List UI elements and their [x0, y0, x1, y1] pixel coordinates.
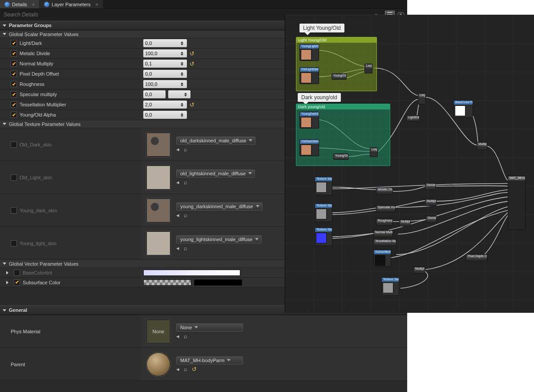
- asset-thumbnail[interactable]: [146, 198, 171, 223]
- numeric-input[interactable]: 2,0: [143, 101, 187, 109]
- node-young-light[interactable]: YoungLightSkin: [299, 44, 319, 61]
- param-label: Pixel Depth Offset: [20, 71, 59, 77]
- node-multiply-top[interactable]: Multiply: [477, 142, 487, 150]
- node-old-light[interactable]: OldLightSkin: [299, 67, 319, 84]
- numeric-input[interactable]: 0,0: [143, 39, 187, 47]
- use-selected-icon[interactable]: ◂: [176, 366, 179, 372]
- node-tess-mul[interactable]: Tessellation Multiplier: [373, 239, 396, 246]
- browse-icon[interactable]: ⌕: [184, 179, 187, 186]
- param-label: Specular multiply: [20, 92, 57, 97]
- numeric-input[interactable]: 0,0: [143, 111, 187, 119]
- phys-material-row: Phys Material None None ◂ ⌕: [0, 315, 407, 348]
- asset-thumbnail[interactable]: [146, 231, 171, 256]
- color-swatch[interactable]: [143, 279, 191, 286]
- checkbox[interactable]: ✔: [14, 279, 20, 286]
- asset-combo[interactable]: old_darkskinned_male_diffuse: [176, 137, 255, 145]
- tab-details[interactable]: Details ×: [0, 0, 40, 8]
- asset-thumbnail[interactable]: [146, 165, 171, 190]
- node-multiply-4[interactable]: Multiply: [413, 267, 425, 274]
- node-youngold-alpha-1[interactable]: Young/Old Alpha: [332, 73, 347, 80]
- use-selected-icon[interactable]: ◂: [176, 333, 179, 339]
- checkbox[interactable]: ✔: [11, 207, 17, 214]
- reset-icon[interactable]: ↺: [190, 101, 194, 108]
- node-texsample-1[interactable]: Texture Sample: [315, 177, 332, 195]
- parent-combo[interactable]: MAT_MH-bodyParm: [176, 356, 243, 364]
- node-lerp-dark[interactable]: Lerp: [370, 147, 378, 157]
- info-icon: [4, 2, 10, 7]
- node-metalic-divide[interactable]: Metalic Divide: [376, 187, 393, 194]
- checkbox[interactable]: ✔: [11, 81, 17, 87]
- reset-icon[interactable]: ↺: [190, 61, 194, 67]
- use-selected-icon[interactable]: ◂: [176, 245, 179, 251]
- phys-material-combo[interactable]: None: [176, 323, 243, 331]
- expand-icon: [3, 309, 6, 311]
- checkbox[interactable]: ✔: [11, 50, 17, 57]
- node-pdo[interactable]: Pixel Depth Offset: [466, 254, 487, 261]
- asset-thumbnail[interactable]: None: [146, 319, 171, 344]
- tab-layer-parameters[interactable]: Layer Parameters ×: [40, 0, 103, 8]
- numeric-input[interactable]: 100,0: [143, 80, 187, 88]
- node-specular-mul[interactable]: Specular multiply: [376, 205, 396, 212]
- browse-icon[interactable]: ⌕: [184, 366, 187, 372]
- numeric-input[interactable]: 0,0: [143, 70, 187, 78]
- browse-icon[interactable]: ⌕: [184, 245, 187, 251]
- numeric-input[interactable]: [168, 90, 190, 98]
- numeric-input[interactable]: 0,1: [143, 60, 187, 68]
- checkbox[interactable]: ✔: [11, 101, 17, 108]
- checkbox[interactable]: ✔: [11, 240, 17, 247]
- expand-icon[interactable]: [6, 281, 8, 284]
- node-texsample-4[interactable]: Texture Sample: [381, 277, 399, 296]
- node-old-dark[interactable]: OldDarkSkin: [299, 139, 319, 156]
- node-youngold-alpha-2[interactable]: Young/Old Alpha: [333, 154, 348, 160]
- checkbox[interactable]: ✔: [11, 91, 17, 97]
- numeric-input[interactable]: 100,0: [143, 49, 187, 57]
- close-icon[interactable]: ×: [32, 2, 35, 7]
- node-roughness[interactable]: Roughness: [376, 218, 393, 226]
- asset-thumbnail[interactable]: [146, 352, 171, 377]
- browse-icon[interactable]: ⌕: [184, 212, 187, 218]
- expand-icon[interactable]: [6, 271, 8, 275]
- node-material-output[interactable]: MAT_MH-bodyParm: [508, 176, 526, 230]
- checkbox[interactable]: ✔: [11, 61, 17, 67]
- browse-icon[interactable]: ⌕: [184, 146, 187, 153]
- checkbox[interactable]: ✔: [11, 141, 17, 148]
- color-swatch-solid[interactable]: [194, 279, 242, 286]
- use-selected-icon[interactable]: ◂: [176, 179, 179, 186]
- use-selected-icon[interactable]: ◂: [176, 146, 179, 153]
- reset-icon[interactable]: ↺: [190, 50, 194, 57]
- reset-icon[interactable]: ↺: [192, 366, 197, 372]
- expand-icon: [3, 263, 6, 265]
- color-swatch[interactable]: [143, 270, 240, 276]
- node-normal-mul[interactable]: Normal Multiply: [373, 230, 393, 237]
- checkbox[interactable]: ✔: [11, 174, 17, 181]
- asset-combo[interactable]: young_darkskinned_male_diffuse: [176, 202, 263, 210]
- node-texsample-2[interactable]: Texture Sample: [315, 203, 332, 222]
- expand-icon: [3, 24, 6, 27]
- node-basecolortint[interactable]: BaseColorTint: [453, 100, 473, 118]
- node-lerp-main[interactable]: Lerp: [418, 93, 426, 105]
- chevron-down-icon: [227, 359, 231, 361]
- asset-combo[interactable]: old_lightskinned_male_diffuse: [176, 170, 255, 178]
- use-selected-icon[interactable]: ◂: [176, 212, 179, 218]
- numeric-input[interactable]: 0,0: [143, 90, 166, 98]
- checkbox[interactable]: ✔: [11, 112, 17, 118]
- close-icon[interactable]: ×: [96, 2, 98, 7]
- node-lightdark[interactable]: Light/Dark: [406, 115, 420, 121]
- node-divide-1[interactable]: Divide: [425, 183, 436, 190]
- chevron-down-icon: [249, 139, 252, 141]
- asset-combo[interactable]: young_lightskinned_male_diffuse: [176, 235, 262, 243]
- node-lerp-light[interactable]: Lerp: [364, 64, 372, 73]
- node-multiply-3[interactable]: Multiply: [399, 219, 411, 226]
- checkbox[interactable]: ✔: [14, 270, 20, 276]
- asset-thumbnail[interactable]: [146, 132, 171, 157]
- node-multiply-2[interactable]: Multiply: [425, 199, 437, 206]
- node-subsurface[interactable]: Subsurface Color: [373, 250, 391, 267]
- material-graph[interactable]: Light Young/Old Dark young/old Light You…: [285, 15, 534, 313]
- checkbox[interactable]: ✔: [11, 40, 17, 46]
- callout-light: Light Young/Old: [299, 24, 344, 32]
- checkbox[interactable]: ✔: [11, 71, 17, 77]
- node-divide-2[interactable]: Divide: [426, 216, 437, 223]
- node-young-dark[interactable]: YoungDarkSkin: [299, 112, 319, 129]
- node-texsample-3[interactable]: Texture Sample: [315, 227, 332, 246]
- browse-icon[interactable]: ⌕: [184, 333, 187, 339]
